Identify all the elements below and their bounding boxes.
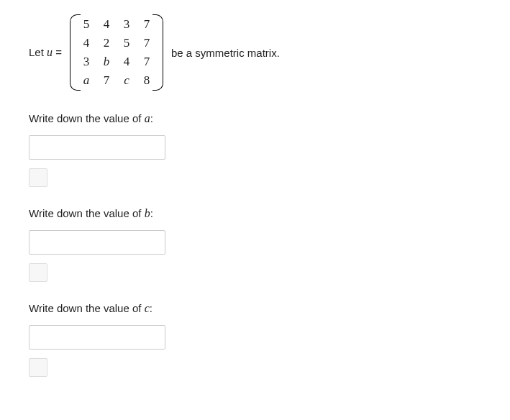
answer-input-a[interactable]	[29, 135, 165, 160]
prompt-a-pre: Write down the value of	[29, 112, 145, 124]
status-box-b	[29, 263, 47, 282]
intro-prefix: Let u =	[29, 46, 62, 59]
prompt-b-pre: Write down the value of	[29, 207, 145, 219]
prompt-c: Write down the value of c:	[29, 302, 481, 315]
intro-suffix: be a symmetric matrix.	[171, 47, 280, 59]
matrix-cell: 7	[142, 17, 151, 32]
status-box-a	[29, 168, 47, 187]
matrix-cell: b	[102, 55, 111, 69]
let-text: Let	[29, 46, 47, 58]
prompt-b: Write down the value of b:	[29, 207, 481, 220]
prompt-c-post: :	[150, 302, 152, 314]
matrix-cell: a	[82, 73, 91, 88]
matrix-cell: 7	[102, 73, 111, 88]
matrix-cell: 5	[122, 36, 131, 50]
prompt-c-var: c	[145, 302, 150, 314]
matrix-cell: 3	[122, 17, 131, 32]
prompt-a: Write down the value of a:	[29, 112, 481, 125]
question-b: Write down the value of b:	[29, 207, 481, 282]
answer-input-b[interactable]	[29, 230, 165, 255]
matrix-cell: c	[122, 73, 131, 88]
matrix-cell: 4	[122, 55, 131, 69]
prompt-a-post: :	[150, 112, 153, 124]
prompt-b-var: b	[145, 207, 150, 219]
matrix-cell: 5	[82, 17, 91, 32]
question-intro: Let u = 543742573b47a7c8 be a symmetric …	[29, 14, 481, 91]
question-c: Write down the value of c:	[29, 302, 481, 377]
paren-right	[155, 14, 165, 91]
matrix-cell: 3	[82, 55, 91, 69]
intro-var: u	[47, 46, 53, 58]
matrix-cell: 8	[142, 73, 151, 88]
matrix-body: 543742573b47a7c8	[78, 14, 155, 91]
matrix: 543742573b47a7c8	[68, 14, 165, 91]
intro-equals: =	[53, 46, 62, 58]
matrix-cell: 4	[102, 17, 111, 32]
matrix-cell: 2	[102, 36, 111, 50]
prompt-c-pre: Write down the value of	[29, 302, 145, 314]
matrix-cell: 7	[142, 55, 151, 69]
answer-input-c[interactable]	[29, 325, 165, 350]
prompt-b-post: :	[150, 207, 153, 219]
paren-left	[68, 14, 78, 91]
matrix-cell: 7	[142, 36, 151, 50]
prompt-a-var: a	[145, 112, 150, 124]
status-box-c	[29, 358, 47, 377]
question-a: Write down the value of a:	[29, 112, 481, 187]
matrix-cell: 4	[82, 36, 91, 50]
